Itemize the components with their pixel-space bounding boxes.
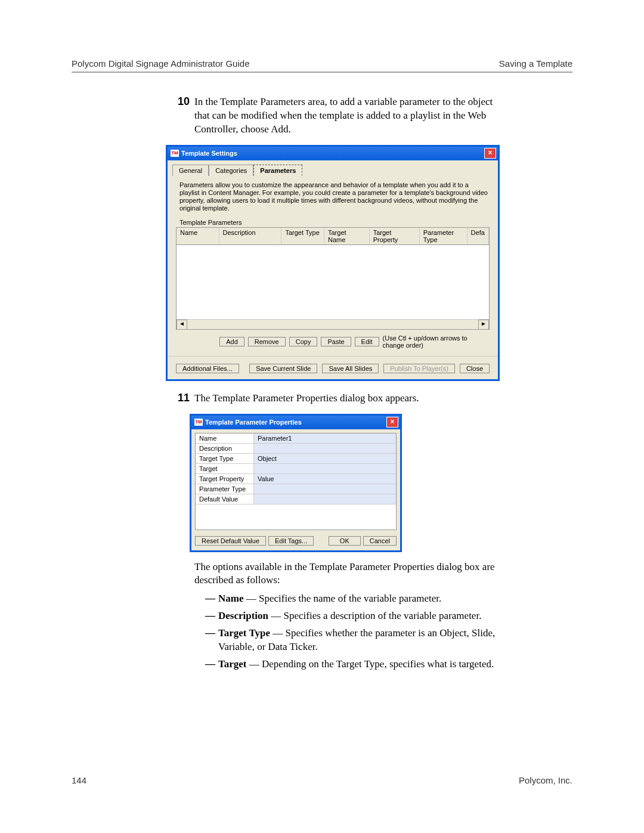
property-grid[interactable]: NameParameter1 Description Target TypeOb… <box>195 433 397 530</box>
prop-value-description[interactable] <box>254 444 396 453</box>
prop-value-target-type[interactable]: Object <box>254 454 396 463</box>
prop-value-default-value[interactable] <box>254 494 396 504</box>
close-button[interactable]: Close <box>460 364 490 373</box>
col-default[interactable]: Defa <box>467 228 489 244</box>
col-target-name[interactable]: Target Name <box>324 228 370 244</box>
col-target-property[interactable]: Target Property <box>370 228 420 244</box>
col-name[interactable]: Name <box>177 228 219 244</box>
bullet-target: Target — Depending on the Target Type, s… <box>218 658 500 671</box>
save-current-slide-button[interactable]: Save Current Slide <box>249 364 317 373</box>
scroll-right-icon[interactable]: ► <box>478 320 489 330</box>
prop-label-default-value: Default Value <box>196 494 254 504</box>
prop-value-parameter-type[interactable] <box>254 484 396 494</box>
prop-label-target: Target <box>196 464 254 473</box>
template-settings-dialog: TMTemplate Settings × General Categories… <box>166 145 500 381</box>
ok-button[interactable]: OK <box>329 536 361 546</box>
doc-title: Polycom Digital Signage Administrator Gu… <box>72 58 249 69</box>
col-description[interactable]: Description <box>219 228 282 244</box>
bullet-name: Name — Specifies the name of the variabl… <box>218 592 500 606</box>
edit-button[interactable]: Edit <box>355 337 379 346</box>
prop-value-target-property[interactable]: Value <box>254 474 396 484</box>
bullet-dash: — <box>205 627 218 654</box>
tab-general[interactable]: General <box>172 165 209 176</box>
section-title: Saving a Template <box>499 58 572 69</box>
tab-parameters[interactable]: Parameters <box>253 165 302 176</box>
app-icon: TM <box>194 419 203 426</box>
options-description: The options available in the Template Pa… <box>194 561 500 588</box>
bullet-dash: — <box>205 592 218 606</box>
prop-label-parameter-type: Parameter Type <box>196 484 254 494</box>
app-icon: TM <box>171 150 179 157</box>
page-number: 144 <box>72 775 86 785</box>
save-all-slides-button[interactable]: Save All Slides <box>322 364 379 373</box>
col-parameter-type[interactable]: Parameter Type <box>420 228 467 244</box>
prop-label-target-type: Target Type <box>196 454 254 463</box>
col-target-type[interactable]: Target Type <box>281 228 324 244</box>
bullet-target-type: Target Type — Specifies whether the para… <box>218 627 500 654</box>
bullet-dash: — <box>205 658 218 671</box>
group-label: Template Parameters <box>168 215 498 227</box>
parameter-properties-dialog: TMTemplate Parameter Properties × NamePa… <box>190 414 402 552</box>
reorder-hint: (Use Ctl + up/down arrows to change orde… <box>383 335 490 349</box>
edit-tags-button[interactable]: Edit Tags... <box>268 536 314 546</box>
close-icon[interactable]: × <box>484 148 496 159</box>
step-number-10: 10 <box>166 95 194 137</box>
tab-categories[interactable]: Categories <box>209 165 253 176</box>
intro-text: Parameters allow you to customize the ap… <box>168 175 498 215</box>
cancel-button[interactable]: Cancel <box>363 536 397 546</box>
additional-files-button[interactable]: Additional Files... <box>176 364 239 373</box>
step-text-10: In the Template Parameters area, to add … <box>194 95 500 137</box>
prop-value-target[interactable] <box>254 464 396 473</box>
remove-button[interactable]: Remove <box>248 337 286 346</box>
header-rule <box>72 72 572 73</box>
company-name: Polycom, Inc. <box>519 775 572 785</box>
close-icon[interactable]: × <box>386 417 398 428</box>
step-number-11: 11 <box>166 392 194 405</box>
prop-label-name: Name <box>196 433 254 443</box>
bullet-description: Description — Specifies a description of… <box>218 609 500 623</box>
bullet-dash: — <box>205 609 218 623</box>
copy-button[interactable]: Copy <box>289 337 318 346</box>
scroll-left-icon[interactable]: ◄ <box>177 320 187 330</box>
publish-button: Publish To Player(s) <box>383 364 455 373</box>
parameters-grid[interactable]: Name Description Target Type Target Name… <box>176 227 490 330</box>
dialog-title: Template Settings <box>181 150 237 157</box>
add-button[interactable]: Add <box>219 337 244 346</box>
step-text-11: The Template Parameter Properties dialog… <box>194 392 500 405</box>
prop-label-description: Description <box>196 444 254 453</box>
reset-default-button[interactable]: Reset Default Value <box>195 536 266 546</box>
prop-value-name[interactable]: Parameter1 <box>254 433 396 443</box>
paste-button[interactable]: Paste <box>321 337 351 346</box>
dialog2-title: Template Parameter Properties <box>205 419 302 426</box>
h-scrollbar[interactable]: ◄ ► <box>177 319 489 329</box>
prop-label-target-property: Target Property <box>196 474 254 484</box>
